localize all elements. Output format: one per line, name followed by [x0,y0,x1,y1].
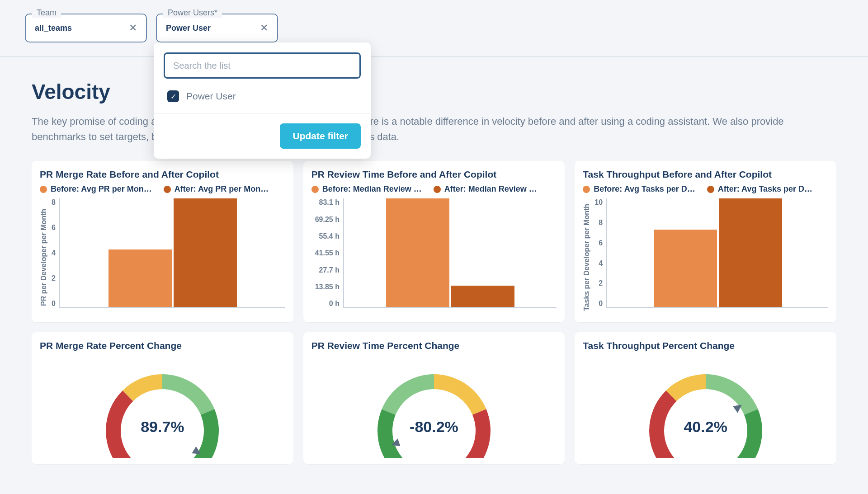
svg-marker-1 [390,438,401,449]
bars [607,198,828,307]
main-content: Velocity The key promise of coding assis… [0,57,868,482]
y-axis-ticks: 1086420 [591,198,606,316]
gauge-chart: 40.2% [633,363,778,458]
card-grid: PR Merge Rate Before and After Copilot B… [32,161,836,464]
card-pr-review-time-change: PR Review Time Percent Change -80.2% [303,332,565,464]
option-label: Power User [186,91,236,102]
legend-dot-before-icon [311,186,319,193]
option-power-user[interactable]: ✓ Power User [167,90,357,102]
checkbox-checked-icon: ✓ [167,90,179,102]
card-title: PR Review Time Before and After Copilot [311,169,557,180]
card-pr-merge-rate: PR Merge Rate Before and After Copilot B… [32,161,293,322]
chart-legend: Before: Median Review … After: Median Re… [311,184,557,194]
gauge-chart: -80.2% [362,363,506,458]
bars [60,198,285,307]
legend-dot-after-icon [707,186,714,193]
search-input[interactable] [164,52,361,79]
plot-area [343,198,557,308]
legend-before: Before: Avg PR per Mon… [51,184,152,193]
page-title: Velocity [32,80,836,104]
power-users-filter-value: Power User [166,24,211,33]
legend-after: After: Median Review … [444,184,537,193]
bar [451,286,514,307]
bar [108,249,172,307]
clear-icon[interactable]: ✕ [260,22,268,34]
legend-dot-before-icon [40,186,47,193]
bar [654,230,717,307]
plot-area [606,198,828,308]
clear-icon[interactable]: ✕ [129,22,137,34]
legend-dot-after-icon [164,186,171,193]
card-title: PR Merge Rate Percent Change [40,340,285,351]
card-title: PR Merge Rate Before and After Copilot [40,169,285,180]
gauge-chart: 89.7% [90,363,235,458]
team-filter-chip[interactable]: Team all_teams ✕ [25,14,147,42]
card-title: Task Throughput Before and After Copilot [583,169,828,180]
bars [344,198,557,307]
y-axis-ticks: 86420 [48,198,59,316]
card-pr-merge-rate-change: PR Merge Rate Percent Change 89.7% [32,332,293,464]
y-axis-ticks: 83.1 h69.25 h55.4 h41.55 h27.7 h13.85 h0… [311,198,343,316]
legend-dot-after-icon [434,186,441,193]
bar [719,198,782,307]
bar-chart: Tasks per Developer per Month 1086420 [583,198,828,316]
legend-dot-before-icon [583,186,590,193]
card-title: Task Throughput Percent Change [583,340,828,351]
power-users-filter-chip[interactable]: Power Users* Power User ✕ [156,14,278,42]
bar [386,198,449,307]
card-title: PR Review Time Percent Change [311,340,557,351]
card-pr-review-time: PR Review Time Before and After Copilot … [303,161,565,322]
gauge-value: 89.7% [90,418,235,436]
y-axis-label: Tasks per Developer per Month [583,198,591,316]
bar-chart: 83.1 h69.25 h55.4 h41.55 h27.7 h13.85 h0… [311,198,557,316]
power-users-dropdown: ✓ Power User Update filter [154,42,371,159]
legend-after: After: Avg PR per Mon… [175,184,269,193]
gauge-value: 40.2% [633,418,778,436]
legend-before: Before: Avg Tasks per D… [594,184,695,193]
chart-legend: Before: Avg Tasks per D… After: Avg Task… [583,184,828,194]
filter-bar: Team all_teams ✕ Power Users* Power User… [0,0,868,57]
card-task-throughput: Task Throughput Before and After Copilot… [575,161,836,322]
y-axis-label: PR per Developer per Month [40,198,48,316]
card-task-throughput-change: Task Throughput Percent Change 40.2% [575,332,836,464]
bar [174,198,237,307]
power-users-filter-legend: Power Users* [163,8,222,18]
team-filter-value: all_teams [35,24,72,33]
divider [154,113,371,113]
legend-after: After: Avg Tasks per D… [718,184,812,193]
team-filter-legend: Team [32,8,61,18]
plot-area [59,198,285,308]
gauge-value: -80.2% [362,418,506,436]
bar-chart: PR per Developer per Month 86420 [40,198,285,316]
update-filter-button[interactable]: Update filter [280,123,361,149]
page-description: The key promise of coding assistants is … [32,114,836,145]
chart-legend: Before: Avg PR per Mon… After: Avg PR pe… [40,184,285,194]
legend-before: Before: Median Review … [322,184,422,193]
